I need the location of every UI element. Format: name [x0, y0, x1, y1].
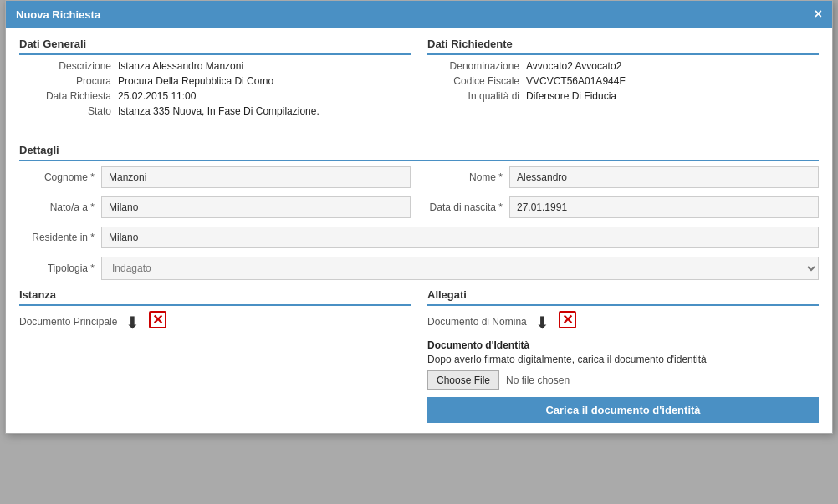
allegati-section: Allegati Documento di Nomina Documento d…: [427, 288, 819, 423]
cognome-field: Cognome *: [19, 166, 411, 188]
codice-fiscale-label: Codice Fiscale: [427, 75, 519, 87]
codice-fiscale-row: Codice Fiscale VVCVCT56A01A944F: [427, 75, 819, 87]
nome-field: Nome *: [427, 166, 819, 188]
nato-input[interactable]: [101, 196, 411, 218]
allegati-title: Allegati: [427, 288, 819, 306]
descrizione-label: Descrizione: [19, 60, 111, 72]
descrizione-row: Descrizione Istanza Alessandro Manzoni: [19, 60, 411, 72]
stato-value: Istanza 335 Nuova, In Fase Di Compilazio…: [118, 105, 319, 117]
modal-header: Nuova Richiesta ×: [6, 1, 832, 28]
choose-file-button[interactable]: Choose File: [427, 370, 499, 390]
documento-nomina-row: Documento di Nomina: [427, 313, 819, 331]
delete-icon-istanza[interactable]: [149, 313, 167, 331]
nome-label: Nome *: [427, 171, 503, 183]
residente-label: Residente in *: [19, 232, 95, 243]
tipologia-row: Tipologia * Indagato Imputato Altro: [19, 257, 819, 280]
procura-label: Procura: [19, 75, 111, 87]
tipologia-label: Tipologia *: [19, 262, 95, 274]
dati-richiedente-section: Dati Richiedente Denominazione Avvocato2…: [427, 38, 819, 120]
cognome-nome-row: Cognome * Nome *: [19, 166, 819, 188]
nato-data-row: Nato/a a * Data di nascita *: [19, 196, 819, 218]
qualita-row: In qualità di Difensore Di Fiducia: [427, 90, 819, 102]
bottom-sections: Istanza Documento Principale Allegati Do…: [19, 288, 819, 423]
download-icon-allegati[interactable]: [535, 313, 554, 331]
doc-identity-title: Documento d'Identità: [427, 339, 819, 351]
stato-row: Stato Istanza 335 Nuova, In Fase Di Comp…: [19, 105, 411, 117]
dati-richiedente-title: Dati Richiedente: [427, 38, 819, 55]
nato-field: Nato/a a *: [19, 196, 411, 218]
data-richiesta-label: Data Richiesta: [19, 90, 111, 102]
upload-identity-button[interactable]: Carica il documento d'identità: [427, 397, 819, 423]
data-nascita-field: Data di nascita *: [427, 196, 819, 218]
qualita-value: Difensore Di Fiducia: [526, 90, 616, 102]
documento-principale-label: Documento Principale: [19, 316, 117, 328]
modal-title: Nuova Richiesta: [16, 8, 100, 21]
data-richiesta-value: 25.02.2015 11:00: [118, 90, 196, 102]
istanza-title: Istanza: [19, 288, 411, 306]
residente-input[interactable]: [101, 227, 819, 248]
documento-nomina-label: Documento di Nomina: [427, 316, 527, 328]
codice-fiscale-value: VVCVCT56A01A944F: [526, 75, 626, 87]
close-button[interactable]: ×: [815, 8, 822, 21]
no-file-text: No file chosen: [506, 374, 570, 386]
procura-value: Procura Della Repubblica Di Como: [118, 75, 273, 87]
doc-identity-desc: Dopo averlo firmato digitalmente, carica…: [427, 354, 819, 365]
data-richiesta-row: Data Richiesta 25.02.2015 11:00: [19, 90, 411, 102]
qualita-label: In qualità di: [427, 90, 519, 102]
denominazione-row: Denominazione Avvocato2 Avvocato2: [427, 60, 819, 72]
cognome-input[interactable]: [101, 166, 411, 188]
denominazione-label: Denominazione: [427, 60, 519, 72]
download-icon-istanza[interactable]: [125, 313, 144, 331]
modal-dialog: Nuova Richiesta × Dati Generali Descrizi…: [5, 0, 833, 434]
data-nascita-input[interactable]: [509, 196, 819, 218]
data-nascita-label: Data di nascita *: [427, 201, 503, 213]
procura-row: Procura Procura Della Repubblica Di Como: [19, 75, 411, 87]
stato-label: Stato: [19, 105, 111, 117]
nato-label: Nato/a a *: [19, 201, 95, 213]
descrizione-value: Istanza Alessandro Manzoni: [118, 60, 243, 72]
cognome-label: Cognome *: [19, 171, 95, 183]
tipologia-select[interactable]: Indagato Imputato Altro: [101, 257, 819, 280]
dati-generali-title: Dati Generali: [19, 38, 411, 55]
documento-principale-row: Documento Principale: [19, 313, 411, 331]
dettagli-section: Dettagli Cognome * Nome * Nato/a a *: [19, 144, 819, 280]
denominazione-value: Avvocato2 Avvocato2: [526, 60, 621, 72]
nome-input[interactable]: [509, 166, 819, 188]
delete-icon-allegati[interactable]: [559, 313, 577, 331]
dettagli-title: Dettagli: [19, 144, 819, 161]
dati-generali-section: Dati Generali Descrizione Istanza Alessa…: [19, 38, 411, 120]
modal-body: Dati Generali Descrizione Istanza Alessa…: [6, 28, 832, 433]
residente-row: Residente in *: [19, 227, 819, 248]
doc-identity-section: Documento d'Identità Dopo averlo firmato…: [427, 339, 819, 423]
file-upload-row: Choose File No file chosen: [427, 370, 819, 390]
istanza-section: Istanza Documento Principale: [19, 288, 411, 423]
